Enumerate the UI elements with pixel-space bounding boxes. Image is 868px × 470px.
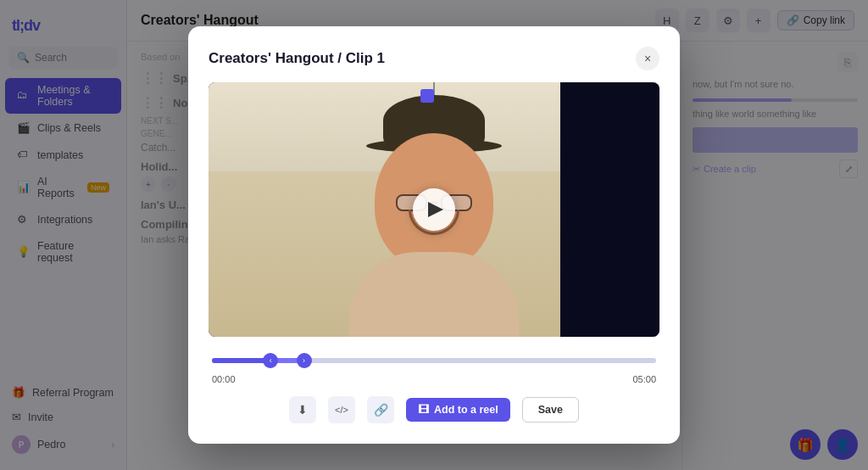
modal-overlay[interactable]: Creators' Hangout / Clip 1 ×	[0, 0, 868, 470]
save-button[interactable]: Save	[522, 397, 579, 422]
download-icon: ⬇	[298, 403, 308, 417]
embed-button[interactable]: </>	[328, 396, 355, 423]
download-button[interactable]: ⬇	[289, 396, 316, 423]
embed-icon: </>	[335, 405, 348, 415]
play-button[interactable]	[413, 188, 455, 231]
timeline-container: ‹ › 00:00 05:00	[209, 349, 659, 384]
timeline-handle-left[interactable]: ‹	[263, 353, 278, 368]
arrow-right-icon: ›	[303, 356, 305, 365]
modal-close-button[interactable]: ×	[636, 47, 659, 70]
blue-indicator	[420, 89, 434, 103]
add-to-reel-button[interactable]: 🎞 Add to a reel	[406, 398, 510, 422]
modal-footer: ⬇ </> 🔗 🎞 Add to a reel Save	[209, 396, 659, 423]
timeline-bg[interactable]	[212, 358, 656, 363]
modal-title: Creators' Hangout / Clip 1	[209, 50, 385, 67]
time-start: 00:00	[212, 374, 236, 384]
video-sidebar	[560, 82, 659, 336]
time-labels: 00:00 05:00	[212, 374, 656, 384]
play-icon	[428, 202, 443, 217]
arrow-left-icon: ‹	[270, 356, 272, 365]
link-copy-button[interactable]: 🔗	[367, 396, 394, 423]
modal-dialog: Creators' Hangout / Clip 1 ×	[188, 26, 680, 443]
add-to-reel-label: Add to a reel	[434, 404, 498, 416]
timeline-handle-right[interactable]: ›	[297, 353, 312, 368]
film-add-icon: 🎞	[418, 404, 429, 416]
timeline-track: ‹ ›	[212, 349, 656, 372]
link-icon: 🔗	[374, 403, 388, 417]
video-player: 00:43/01:01	[209, 82, 659, 336]
time-end: 05:00	[632, 374, 656, 384]
modal-header: Creators' Hangout / Clip 1 ×	[209, 47, 659, 70]
